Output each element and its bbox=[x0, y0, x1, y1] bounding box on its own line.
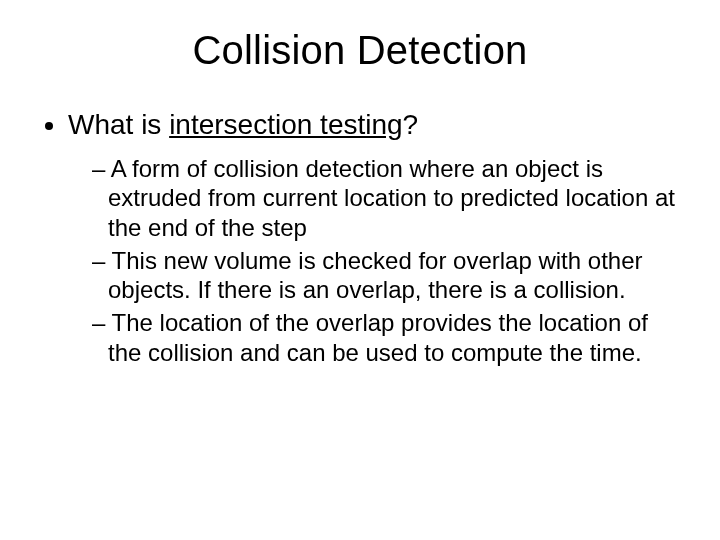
sub-bullet: A form of collision detection where an o… bbox=[92, 154, 680, 242]
question-suffix: ? bbox=[403, 109, 419, 140]
sub-bullet: The location of the overlap provides the… bbox=[92, 308, 680, 367]
question-line: What is intersection testing? A form of … bbox=[68, 107, 680, 367]
question-prefix: What is bbox=[68, 109, 169, 140]
slide-title: Collision Detection bbox=[40, 28, 680, 73]
bullet-list-level2: A form of collision detection where an o… bbox=[68, 154, 680, 367]
sub-bullet: This new volume is checked for overlap w… bbox=[92, 246, 680, 305]
question-term: intersection testing bbox=[169, 109, 402, 140]
slide: Collision Detection What is intersection… bbox=[0, 0, 720, 540]
bullet-list-level1: What is intersection testing? A form of … bbox=[40, 107, 680, 367]
